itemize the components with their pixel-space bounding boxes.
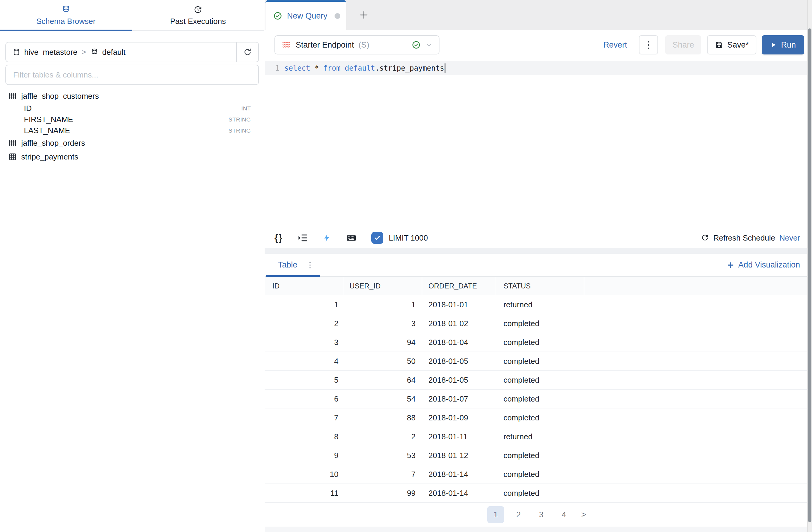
page-button-1[interactable]: 1 (487, 506, 504, 523)
table-cell: 10 (265, 465, 343, 484)
table-cell: completed (496, 390, 584, 408)
table-cell: 2018-01-12 (422, 446, 496, 465)
schema-column-item[interactable]: LAST_NAMESTRING (0, 125, 264, 136)
breadcrumb-path[interactable]: hive_metastore > default (6, 47, 236, 57)
play-icon (770, 42, 777, 48)
schema-table-name: jaffle_shop_orders (21, 139, 85, 148)
table-row[interactable]: 6542018-01-07completed (265, 390, 812, 408)
add-visualization-button[interactable]: Add Visualization (727, 260, 800, 270)
endpoint-selector[interactable]: Starter Endpoint (S) (274, 35, 439, 54)
limit-checkbox[interactable] (371, 232, 383, 244)
schema-table-item[interactable]: jaffle_shop_orders (0, 136, 264, 150)
schema-column-name: ID (24, 104, 32, 113)
results-tab-underline (266, 275, 320, 277)
sql-editor[interactable]: 1 select * from default.stripe_payments (265, 60, 812, 227)
table-cell: 6 (265, 390, 343, 408)
page-button-2[interactable]: 2 (510, 506, 527, 523)
table-row[interactable]: 7882018-01-09completed (265, 408, 812, 427)
vertical-scrollbar[interactable] (807, 0, 812, 532)
schema-column-type: INT (241, 105, 251, 112)
limit-label[interactable]: LIMIT 1000 (389, 233, 428, 243)
breadcrumb-schema[interactable]: default (102, 47, 126, 57)
table-cell: 3 (343, 314, 422, 333)
indent-icon[interactable] (297, 233, 308, 243)
run-button[interactable]: Run (762, 35, 804, 54)
schema-table-item[interactable]: jaffle_shop_customers (0, 89, 264, 103)
table-cell: 8 (265, 427, 343, 446)
check-circle-icon (273, 11, 282, 20)
schema-column-type: STRING (228, 127, 251, 134)
table-row[interactable]: 11992018-01-14completed (265, 484, 812, 503)
section-divider (265, 248, 812, 254)
tab-schema-browser[interactable]: Schema Browser (0, 0, 132, 31)
refresh-schedule-value[interactable]: Never (779, 233, 800, 243)
page-button-3[interactable]: 3 (533, 506, 550, 523)
column-header-order-date[interactable]: ORDER_DATE (422, 277, 496, 295)
scrollbar-thumb[interactable] (808, 28, 811, 522)
table-cell: 64 (343, 371, 422, 389)
schema-column-item[interactable]: IDINT (0, 103, 264, 114)
more-options-button[interactable] (639, 35, 658, 54)
table-cell: completed (496, 352, 584, 370)
chevron-right-icon: > (81, 48, 87, 56)
tab-past-executions[interactable]: Past Executions (132, 0, 264, 31)
editor-toolbar: {} (265, 227, 812, 248)
table-cell: 11 (265, 484, 343, 502)
table-cell: completed (496, 314, 584, 333)
save-button-label: Save* (727, 40, 749, 50)
line-number: 1 (265, 64, 284, 72)
table-row[interactable]: 112018-01-01returned (265, 295, 812, 314)
results-tab-table[interactable]: Table (278, 260, 298, 270)
table-row[interactable]: 3942018-01-04completed (265, 333, 812, 352)
page-button-4[interactable]: 4 (555, 506, 572, 523)
refresh-schema-button[interactable] (236, 42, 258, 62)
table-row[interactable]: 5642018-01-05completed (265, 371, 812, 390)
table-cell: 2018-01-01 (422, 295, 496, 314)
sql-token: .stripe_payments (375, 64, 444, 72)
sidebar: Schema Browser Past Executions (0, 0, 264, 532)
table-cell: completed (496, 446, 584, 465)
tab-past-executions-label: Past Executions (170, 17, 226, 26)
save-button[interactable]: Save* (707, 35, 756, 54)
add-tab-button[interactable] (354, 0, 373, 30)
table-cell: 2018-01-14 (422, 465, 496, 484)
lightning-icon[interactable] (322, 233, 331, 242)
table-grid-icon (9, 153, 17, 161)
results-tab-menu-icon[interactable] (309, 262, 310, 268)
table-grid-icon (9, 92, 17, 100)
table-cell: 94 (343, 333, 422, 352)
results-table-header: ID USER_ID ORDER_DATE STATUS (265, 277, 812, 295)
results-header: Table Add Visualization (265, 254, 812, 277)
format-braces-icon[interactable]: {} (274, 233, 283, 243)
table-row[interactable]: 4502018-01-05completed (265, 352, 812, 371)
schema-filter-input[interactable] (5, 65, 259, 85)
schema-column-item[interactable]: FIRST_NAMESTRING (0, 114, 264, 125)
breadcrumb-catalog[interactable]: hive_metastore (24, 47, 77, 57)
results-table-body: 112018-01-01returned232018-01-02complete… (265, 295, 812, 503)
schema-table-item[interactable]: stripe_payments (0, 150, 264, 164)
table-row[interactable]: 1072018-01-14completed (265, 465, 812, 484)
sql-token (310, 64, 315, 72)
sql-token: * (315, 64, 319, 72)
table-cell: 1 (343, 295, 422, 314)
table-cell: 2018-01-02 (422, 314, 496, 333)
keyboard-icon[interactable] (346, 232, 357, 243)
column-header-user-id[interactable]: USER_ID (343, 277, 422, 295)
endpoint-size: (S) (359, 40, 369, 50)
table-row[interactable]: 232018-01-02completed (265, 314, 812, 333)
endpoint-stack-icon (281, 40, 291, 50)
table-row[interactable]: 9532018-01-12completed (265, 446, 812, 465)
column-header-id[interactable]: ID (265, 277, 343, 295)
endpoint-name: Starter Endpoint (296, 40, 354, 50)
table-cell: 5 (265, 371, 343, 389)
table-cell: 1 (265, 295, 343, 314)
table-cell: returned (496, 295, 584, 314)
column-header-status[interactable]: STATUS (496, 277, 584, 295)
next-page-button[interactable]: > (578, 510, 589, 519)
query-tab-new-query[interactable]: New Query (265, 0, 346, 30)
refresh-schedule-icon (701, 234, 709, 242)
table-row[interactable]: 822018-01-11returned (265, 427, 812, 446)
table-cell: 2018-01-05 (422, 371, 496, 389)
revert-button[interactable]: Revert (603, 40, 627, 50)
share-button[interactable]: Share (665, 35, 701, 54)
